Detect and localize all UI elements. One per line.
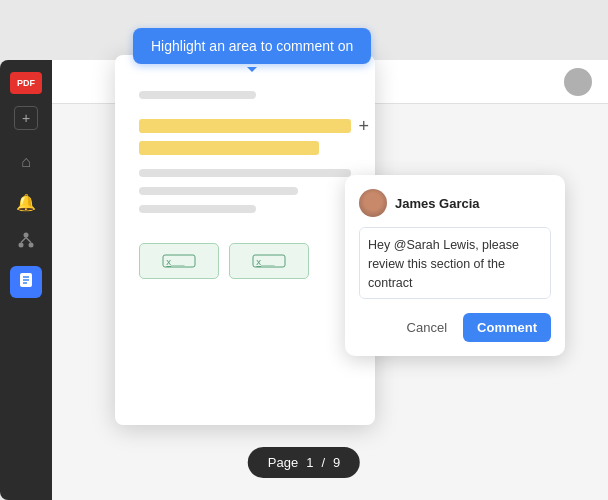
- sidebar-item-nodes[interactable]: [10, 226, 42, 258]
- signature-row: x̲___ x̲___: [139, 243, 351, 279]
- page-indicator: Page 1 / 9: [248, 447, 360, 478]
- svg-point-2: [29, 243, 34, 248]
- comment-button[interactable]: Comment: [463, 313, 551, 342]
- signature-box-1: x̲___: [139, 243, 219, 279]
- add-button[interactable]: +: [14, 106, 38, 130]
- svg-point-0: [24, 233, 29, 238]
- comment-header: James Garcia: [359, 189, 551, 217]
- tooltip: Highlight an area to comment on: [133, 28, 371, 64]
- pdf-document-card: + x̲___ x̲___: [115, 55, 375, 425]
- page-total: 9: [333, 455, 340, 470]
- text-line-4: [139, 205, 256, 213]
- comment-actions: Cancel Comment: [359, 313, 551, 342]
- highlight-line-2: [139, 141, 319, 155]
- comment-card: James Garcia Hey @Sarah Lewis, please re…: [345, 175, 565, 356]
- text-line-2: [139, 169, 351, 177]
- pdf-content: + x̲___ x̲___: [139, 91, 351, 279]
- home-icon: ⌂: [21, 153, 31, 171]
- page-separator: /: [321, 455, 325, 470]
- user-avatar: [564, 68, 592, 96]
- sidebar: PDF + ⌂ 🔔: [0, 60, 52, 500]
- highlight-line-1: +: [139, 119, 351, 133]
- sidebar-item-document[interactable]: [10, 266, 42, 298]
- sidebar-item-home[interactable]: ⌂: [10, 146, 42, 178]
- svg-text:x̲___: x̲___: [256, 257, 275, 267]
- crosshair-icon: +: [358, 116, 369, 137]
- svg-text:x̲___: x̲___: [166, 257, 185, 267]
- tooltip-text: Highlight an area to comment on: [151, 38, 353, 54]
- avatar-face: [359, 189, 387, 217]
- cancel-button[interactable]: Cancel: [399, 316, 455, 339]
- document-icon: [17, 271, 35, 293]
- svg-line-4: [26, 238, 31, 243]
- commenter-name: James Garcia: [395, 196, 480, 211]
- sidebar-item-notifications[interactable]: 🔔: [10, 186, 42, 218]
- comment-input[interactable]: Hey @Sarah Lewis, please review this sec…: [359, 227, 551, 299]
- bell-icon: 🔔: [16, 193, 36, 212]
- logo: PDF: [10, 72, 42, 94]
- page-current: 1: [306, 455, 313, 470]
- svg-line-3: [21, 238, 26, 243]
- commenter-avatar: [359, 189, 387, 217]
- text-line-1: [139, 91, 256, 99]
- text-line-3: [139, 187, 298, 195]
- svg-point-1: [19, 243, 24, 248]
- nodes-icon: [17, 231, 35, 253]
- plus-icon: +: [22, 110, 30, 126]
- page-label: Page: [268, 455, 298, 470]
- signature-box-2: x̲___: [229, 243, 309, 279]
